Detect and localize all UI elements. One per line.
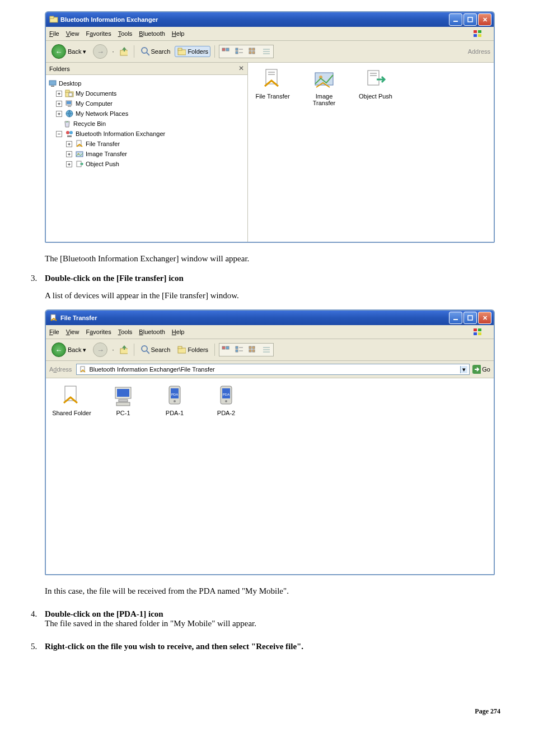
window-file-transfer[interactable]: File Transfer ✕ File View Favorites Tool… xyxy=(45,309,495,575)
view-thumbnails[interactable] xyxy=(220,46,232,57)
view-tiles[interactable] xyxy=(233,344,246,355)
desktop-icon xyxy=(48,79,57,88)
view-tiles[interactable] xyxy=(233,46,246,57)
svg-rect-62 xyxy=(222,346,225,349)
titlebar[interactable]: Bluetooth Information Exchanger ✕ xyxy=(46,12,494,27)
window-bluetooth-exchanger[interactable]: Bluetooth Information Exchanger ✕ File V… xyxy=(45,11,495,243)
up-button[interactable] xyxy=(116,46,130,57)
view-thumbnails[interactable] xyxy=(220,344,232,355)
menu-favorites[interactable]: Favorites xyxy=(86,30,111,37)
folders-icon xyxy=(177,47,186,56)
menu-file[interactable]: File xyxy=(49,328,59,335)
back-button[interactable]: ← Back ▾ xyxy=(49,43,88,60)
search-button[interactable]: Search xyxy=(138,46,173,57)
svg-point-88 xyxy=(225,400,227,402)
svg-rect-21 xyxy=(249,51,251,54)
menu-tools[interactable]: Tools xyxy=(118,30,133,37)
tree-bie[interactable]: Bluetooth Information Exchanger xyxy=(76,129,165,139)
collapse-icon[interactable]: − xyxy=(56,131,62,137)
svg-rect-47 xyxy=(368,71,379,85)
svg-rect-49 xyxy=(370,75,377,76)
icon-pc1[interactable]: PC-1 xyxy=(103,384,143,416)
maximize-button[interactable] xyxy=(463,13,477,26)
icon-shared-folder[interactable]: Shared Folder xyxy=(51,384,92,416)
view-icons[interactable] xyxy=(247,344,259,355)
tree-mycomp[interactable]: My Computer xyxy=(76,98,113,109)
bluetooth-icon xyxy=(65,129,74,138)
forward-button[interactable]: → xyxy=(91,43,110,60)
address-input[interactable]: Bluetooth Information Exchanger\File Tra… xyxy=(76,364,470,375)
svg-rect-70 xyxy=(249,350,251,352)
step-5: Right-click on the file you wish to rece… xyxy=(39,642,512,651)
view-list[interactable] xyxy=(260,344,273,355)
menu-bluetooth[interactable]: Bluetooth xyxy=(139,328,165,335)
minimize-button[interactable] xyxy=(449,13,462,26)
forward-button[interactable]: → xyxy=(91,341,110,358)
go-icon xyxy=(472,365,481,374)
icon-pda2[interactable]: PDA PDA-2 xyxy=(206,384,246,416)
back-button[interactable]: ← Back ▾ xyxy=(49,341,88,358)
svg-point-35 xyxy=(66,131,69,134)
titlebar[interactable]: File Transfer ✕ xyxy=(46,311,494,325)
tree-op[interactable]: Object Push xyxy=(86,159,119,169)
tree-ft[interactable]: File Transfer xyxy=(86,139,120,149)
menu-bluetooth[interactable]: Bluetooth xyxy=(139,30,165,37)
view-icons[interactable] xyxy=(247,46,259,57)
svg-line-10 xyxy=(147,53,149,55)
menu-help[interactable]: Help xyxy=(172,30,185,37)
svg-point-36 xyxy=(69,131,73,134)
tree-it[interactable]: Image Transfer xyxy=(86,149,127,159)
tree-desktop[interactable]: Desktop xyxy=(59,78,81,88)
search-icon xyxy=(140,345,149,354)
folders-button[interactable]: Folders xyxy=(175,344,210,355)
svg-line-59 xyxy=(147,351,149,354)
minimize-button[interactable] xyxy=(449,312,462,324)
address-label: Address xyxy=(468,48,490,55)
expand-icon[interactable]: + xyxy=(56,91,62,97)
expand-icon[interactable]: + xyxy=(66,161,72,167)
icon-file-transfer[interactable]: File Transfer xyxy=(252,67,293,100)
menu-file[interactable]: File xyxy=(49,30,59,37)
close-button[interactable]: ✕ xyxy=(478,13,491,26)
expand-icon[interactable]: + xyxy=(66,141,72,147)
menu-view[interactable]: View xyxy=(66,30,79,37)
expand-icon[interactable]: + xyxy=(56,101,62,107)
view-list[interactable] xyxy=(260,46,273,57)
back-icon: ← xyxy=(51,44,66,59)
svg-rect-16 xyxy=(236,51,238,54)
svg-rect-20 xyxy=(252,48,255,50)
expand-icon[interactable]: + xyxy=(56,111,62,117)
icon-object-push[interactable]: Object Push xyxy=(355,67,396,100)
svg-rect-3 xyxy=(468,17,472,22)
svg-rect-37 xyxy=(67,135,72,137)
expand-icon[interactable]: + xyxy=(66,151,72,157)
dropdown-icon[interactable]: ▾ xyxy=(460,366,467,373)
icon-pda1[interactable]: PDA PDA-1 xyxy=(154,384,195,416)
svg-rect-1 xyxy=(50,16,54,18)
svg-rect-77 xyxy=(65,386,76,401)
folders-header: Folders xyxy=(49,65,70,72)
search-button[interactable]: Search xyxy=(138,344,173,355)
content-pane: Shared Folder PC-1 PDA PDA-1 PDA PDA-2 xyxy=(46,378,494,574)
tree-mydocs[interactable]: My Documents xyxy=(76,88,116,98)
up-button[interactable] xyxy=(116,344,130,355)
tree-mynet[interactable]: My Network Places xyxy=(76,109,128,119)
menu-favorites[interactable]: Favorites xyxy=(86,328,111,335)
icon-image-transfer[interactable]: Image Transfer xyxy=(304,67,344,106)
toolbar: ← Back ▾ → · Search Folders Address xyxy=(46,41,494,63)
folders-close-button[interactable]: ✕ xyxy=(238,64,244,73)
menu-help[interactable]: Help xyxy=(172,328,185,335)
menu-tools[interactable]: Tools xyxy=(118,328,133,335)
svg-point-58 xyxy=(142,346,147,351)
back-icon: ← xyxy=(51,342,66,357)
close-button[interactable]: ✕ xyxy=(478,312,491,324)
maximize-button[interactable] xyxy=(463,312,477,324)
svg-rect-53 xyxy=(474,328,477,331)
object-push-large-icon xyxy=(363,67,388,92)
go-button[interactable]: Go xyxy=(472,365,490,374)
folders-button[interactable]: Folders xyxy=(175,46,210,57)
tree-recycle[interactable]: Recycle Bin xyxy=(73,119,106,129)
svg-rect-15 xyxy=(236,48,238,50)
svg-rect-6 xyxy=(474,34,477,37)
menu-view[interactable]: View xyxy=(66,328,79,335)
